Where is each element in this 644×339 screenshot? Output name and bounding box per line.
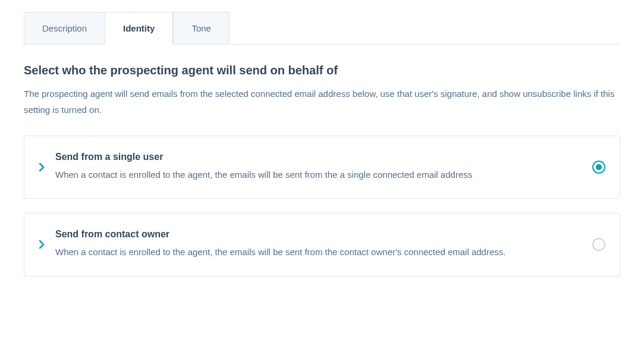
option-text: Send from contact owner When a contact i… — [55, 229, 582, 260]
radio-single-user[interactable] — [592, 161, 605, 174]
tabs-bar: Description Identity Tone — [24, 12, 620, 45]
tab-description[interactable]: Description — [24, 12, 105, 44]
tab-tone[interactable]: Tone — [173, 12, 230, 44]
tab-identity[interactable]: Identity — [105, 12, 173, 45]
chevron-right-icon[interactable] — [39, 163, 45, 171]
option-title: Send from contact owner — [55, 229, 582, 240]
page-heading: Select who the prospecting agent will se… — [24, 64, 620, 77]
option-title: Send from a single user — [55, 152, 582, 162]
chevron-right-icon[interactable] — [39, 240, 45, 249]
option-single-user[interactable]: Send from a single user When a contact i… — [24, 136, 620, 199]
option-contact-owner[interactable]: Send from contact owner When a contact i… — [24, 213, 620, 276]
option-description: When a contact is enrolled to the agent,… — [55, 244, 582, 260]
page-subheading: The prospecting agent will send emails f… — [24, 86, 620, 118]
radio-contact-owner[interactable] — [592, 238, 605, 251]
option-description: When a contact is enrolled to the agent,… — [55, 167, 582, 183]
option-text: Send from a single user When a contact i… — [55, 152, 582, 183]
